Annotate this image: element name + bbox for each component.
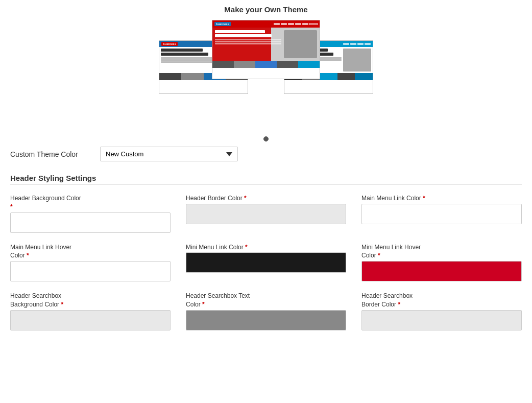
carousel-card-center: business	[212, 20, 320, 79]
required-star-6: *	[378, 252, 380, 259]
field-searchbox-bg-color: Header SearchboxBackground Color *	[10, 292, 171, 330]
field-main-menu-hover-color: Main Menu Link HoverColor *	[10, 243, 171, 282]
required-star-5: *	[245, 244, 248, 251]
left-card-text	[161, 49, 216, 72]
right-card-photo	[343, 49, 371, 72]
card-photo	[284, 30, 317, 58]
input-header-border-color[interactable]	[186, 204, 346, 224]
custom-theme-row: Custom Theme Color New Custom Default Bl…	[10, 147, 522, 161]
page-title: Make your Own Theme	[10, 5, 522, 14]
required-star-1: *	[10, 203, 13, 210]
field-label-mini-menu-hover: Mini Menu Link HoverColor *	[361, 243, 522, 260]
input-searchbox-bg-color[interactable]	[10, 310, 171, 330]
field-searchbox-text-color: Header Searchbox TextColor *	[186, 292, 346, 330]
input-searchbox-text-color[interactable]	[186, 310, 346, 330]
field-main-menu-link-color: Main Menu Link Color *	[361, 194, 522, 233]
left-card-logo: business	[161, 42, 178, 46]
field-label-mini-menu-link: Mini Menu Link Color *	[186, 243, 346, 252]
required-star-9: *	[398, 301, 400, 308]
input-header-bg-color[interactable]	[10, 212, 171, 233]
required-star-8: *	[202, 301, 205, 308]
carousel-dot-0[interactable]	[263, 136, 269, 141]
field-label-searchbox-bg: Header SearchboxBackground Color *	[10, 292, 171, 309]
input-mini-menu-hover-color[interactable]	[361, 261, 522, 281]
field-label-main-menu-link: Main Menu Link Color *	[361, 194, 522, 203]
carousel-area: business	[10, 20, 522, 141]
field-label-searchbox-border: Header SearchboxBorder Color *	[361, 292, 522, 309]
card-text	[215, 30, 281, 58]
card-logo: business	[214, 22, 231, 26]
field-label-main-menu-hover: Main Menu Link HoverColor *	[10, 243, 171, 260]
card-nav	[274, 23, 318, 25]
right-card-nav	[343, 43, 371, 45]
input-main-menu-link-color[interactable]	[361, 204, 522, 224]
required-star-7: *	[61, 301, 63, 308]
field-label-header-bg: Header Background Color *	[10, 194, 171, 211]
input-mini-menu-link-color[interactable]	[186, 252, 346, 273]
field-label-header-border: Header Border Color *	[186, 194, 346, 203]
section-divider	[10, 184, 522, 185]
form-section: Custom Theme Color New Custom Default Bl…	[10, 147, 522, 330]
field-searchbox-border-color: Header SearchboxBorder Color *	[361, 292, 522, 330]
input-main-menu-hover-color[interactable]	[10, 261, 171, 281]
field-header-border-color: Header Border Color *	[186, 194, 346, 233]
card-header: business	[212, 20, 320, 28]
input-searchbox-border-color[interactable]	[361, 310, 522, 330]
field-header-bg-color: Header Background Color *	[10, 194, 171, 233]
carousel-stacked: business	[159, 20, 373, 132]
field-mini-menu-hover-color: Mini Menu Link HoverColor *	[361, 243, 522, 282]
custom-theme-select[interactable]: New Custom Default Blue Red Green	[100, 147, 238, 161]
section-heading-header-styling: Header Styling Settings	[10, 174, 522, 182]
carousel-dots	[262, 136, 270, 141]
field-mini-menu-link-color: Mini Menu Link Color *	[186, 243, 346, 282]
card-colorbar	[212, 61, 320, 68]
custom-theme-label: Custom Theme Color	[10, 150, 92, 158]
field-label-searchbox-text: Header Searchbox TextColor *	[186, 292, 346, 309]
required-star-3: *	[423, 195, 425, 202]
color-fields-grid: Header Background Color * Header Border …	[10, 194, 522, 330]
required-star-2: *	[244, 195, 247, 202]
required-star-4: *	[27, 252, 29, 259]
